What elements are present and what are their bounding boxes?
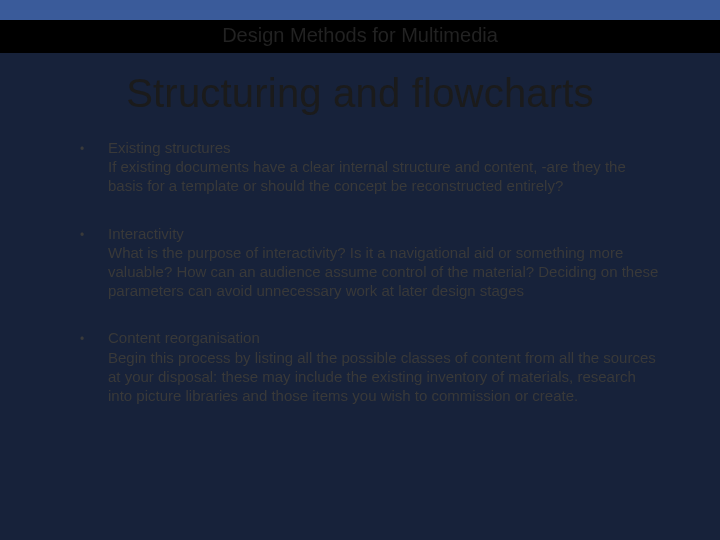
- list-item: • Interactivity What is the purpose of i…: [80, 224, 660, 301]
- bullet-body: Existing structures If existing document…: [108, 138, 660, 196]
- bullet-title: Interactivity: [108, 224, 660, 243]
- bullet-body: Content reorganisation Begin this proces…: [108, 328, 660, 405]
- bullet-description: If existing documents have a clear inter…: [108, 157, 660, 195]
- bullet-marker-icon: •: [80, 138, 108, 158]
- list-item: • Content reorganisation Begin this proc…: [80, 328, 660, 405]
- bullet-description: Begin this process by listing all the po…: [108, 348, 660, 406]
- slide-title: Structuring and flowcharts: [0, 53, 720, 138]
- course-title: Design Methods for Multimedia: [0, 24, 720, 47]
- bullet-title: Existing structures: [108, 138, 660, 157]
- bullet-title: Content reorganisation: [108, 328, 660, 347]
- slide-content: • Existing structures If existing docume…: [0, 138, 720, 405]
- bullet-description: What is the purpose of interactivity? Is…: [108, 243, 660, 301]
- top-accent-stripe: [0, 0, 720, 20]
- bullet-body: Interactivity What is the purpose of int…: [108, 224, 660, 301]
- bullet-marker-icon: •: [80, 328, 108, 348]
- bullet-marker-icon: •: [80, 224, 108, 244]
- list-item: • Existing structures If existing docume…: [80, 138, 660, 196]
- header-band: Design Methods for Multimedia: [0, 20, 720, 53]
